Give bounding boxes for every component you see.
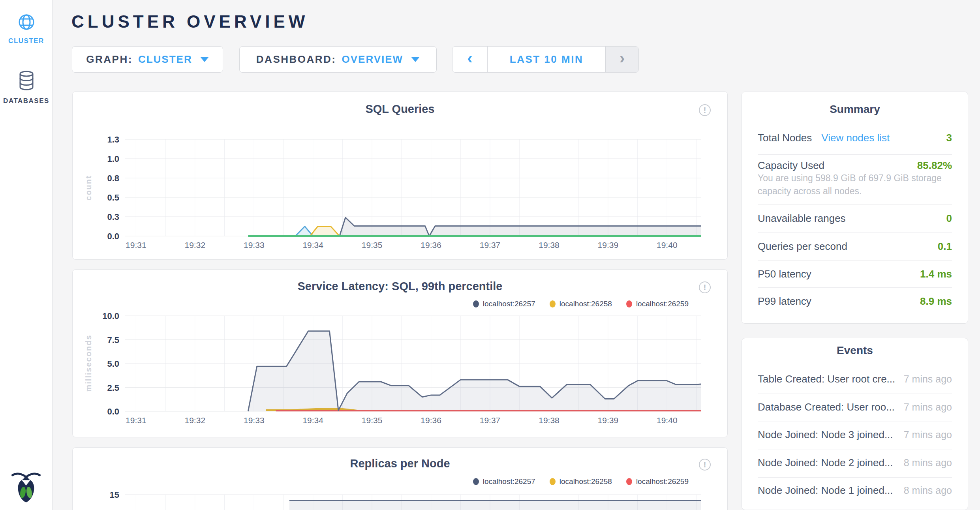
globe-icon — [18, 25, 35, 32]
y-axis-unit-label: milliseconds — [84, 337, 93, 392]
legend-label: localhost:26259 — [636, 300, 689, 308]
svg-text:1.0: 1.0 — [107, 154, 119, 164]
svg-text:2.5: 2.5 — [107, 383, 119, 393]
divider — [758, 154, 952, 155]
summary-row-value: 1.4 ms — [920, 266, 952, 282]
dashboard-dropdown-value: OVERVIEW — [342, 53, 404, 66]
chart-title: Replicas per Node — [73, 457, 727, 470]
graph-dropdown[interactable]: GRAPH: CLUSTER — [72, 46, 223, 73]
legend-label: localhost:26257 — [483, 300, 535, 308]
svg-text:0.0: 0.0 — [107, 407, 119, 416]
graph-dropdown-value: CLUSTER — [138, 53, 192, 66]
divider — [758, 260, 952, 261]
svg-text:19:33: 19:33 — [244, 416, 265, 425]
summary-row-p99: P99 latency 8.9 ms — [758, 293, 952, 309]
svg-text:0.3: 0.3 — [107, 212, 119, 222]
time-range-selector: ‹ LAST 10 MIN › — [452, 46, 639, 73]
info-icon[interactable]: ! — [699, 104, 711, 116]
svg-text:19:40: 19:40 — [657, 416, 678, 425]
event-time: 7 mins ago — [904, 371, 952, 387]
legend-label: localhost:26258 — [559, 477, 612, 486]
chevron-left-icon: ‹ — [467, 49, 472, 67]
info-icon[interactable]: ! — [699, 281, 711, 293]
svg-text:5.0: 5.0 — [107, 359, 119, 369]
sidebar: CLUSTER DATABASES — [0, 0, 53, 510]
svg-text:19:38: 19:38 — [539, 240, 559, 249]
summary-row-value: 8.9 ms — [920, 293, 952, 309]
sql-queries-chart: 0.00.30.50.81.01.319:3119:3219:3319:3419… — [97, 135, 701, 253]
view-nodes-list-link[interactable]: View nodes list — [821, 132, 890, 144]
legend-dot — [626, 478, 632, 485]
event-label: Node Joined: Node 1 joined... — [758, 484, 893, 496]
summary-row-label: Capacity Used — [758, 159, 824, 171]
summary-row-label: P50 latency — [758, 268, 811, 280]
chart-svg: 0.02.55.07.510.019:3119:3219:3319:3419:3… — [97, 311, 701, 426]
divider — [758, 394, 952, 394]
cluster-overview-page: CLUSTER DATABASES — [0, 0, 980, 510]
summary-row-value: 0.1 — [938, 238, 952, 254]
svg-text:19:38: 19:38 — [539, 416, 559, 425]
svg-text:19:32: 19:32 — [185, 416, 206, 425]
chart-legend: localhost:26257 localhost:26258 localhos… — [473, 300, 689, 308]
legend-dot — [550, 300, 556, 308]
event-row: Table Created: User root cre... 7 mins a… — [758, 371, 952, 387]
summary-row-label: Queries per second — [758, 240, 847, 252]
sidebar-item-databases[interactable]: DATABASES — [0, 70, 53, 105]
summary-row-capacity: Capacity Used 85.82% — [758, 158, 952, 173]
capacity-subtext: You are using 598.9 GiB of 697.9 GiB sto… — [758, 172, 952, 198]
svg-text:1.3: 1.3 — [107, 135, 119, 144]
event-row: Database Created: User roo... 7 mins ago — [758, 399, 952, 415]
time-range-next-button[interactable]: › — [605, 47, 638, 72]
summary-row-total-nodes: Total NodesView nodes list 3 — [758, 130, 952, 146]
divider — [758, 450, 952, 450]
graph-dropdown-label: GRAPH: — [86, 53, 133, 66]
summary-row-label: Total Nodes — [758, 132, 812, 144]
legend-item: localhost:26257 — [473, 477, 535, 486]
legend-item: localhost:26258 — [550, 300, 612, 308]
chevron-down-icon — [200, 57, 209, 62]
svg-text:19:31: 19:31 — [126, 240, 146, 249]
svg-text:0.0: 0.0 — [107, 231, 119, 241]
sidebar-item-cluster[interactable]: CLUSTER — [0, 13, 53, 45]
time-range-current-button[interactable]: LAST 10 MIN — [487, 47, 606, 72]
dashboard-dropdown[interactable]: DASHBOARD: OVERVIEW — [239, 46, 437, 73]
divider — [758, 422, 952, 422]
panel-title: Events — [742, 344, 968, 357]
svg-text:19:37: 19:37 — [480, 416, 501, 425]
legend-dot — [550, 478, 556, 485]
replicas-per-node-chart: 15 — [97, 490, 701, 510]
summary-row-label: Unavailable ranges — [758, 212, 846, 224]
svg-text:19:36: 19:36 — [421, 416, 441, 425]
summary-row-label: P99 latency — [758, 295, 811, 307]
svg-text:19:34: 19:34 — [302, 240, 323, 249]
chart-legend: localhost:26257 localhost:26258 localhos… — [473, 477, 689, 486]
svg-text:19:36: 19:36 — [421, 240, 441, 249]
time-range-prev-button[interactable]: ‹ — [452, 47, 487, 72]
cockroachdb-logo[interactable] — [9, 471, 43, 504]
svg-text:0.5: 0.5 — [107, 193, 119, 202]
chart-svg: 15 — [97, 490, 701, 510]
legend-label: localhost:26258 — [559, 300, 612, 308]
divider — [758, 287, 952, 288]
event-label: Table Created: User root cre... — [758, 373, 895, 385]
sidebar-item-label: DATABASES — [0, 97, 53, 105]
events-panel: Events Table Created: User root cre... 7… — [742, 338, 968, 510]
svg-text:7.5: 7.5 — [107, 335, 119, 345]
sidebar-item-label: CLUSTER — [0, 37, 53, 45]
legend-dot — [473, 478, 479, 485]
svg-text:19:33: 19:33 — [244, 240, 265, 249]
event-row: Node Joined: Node 1 joined... 8 mins ago — [758, 482, 952, 498]
info-icon[interactable]: ! — [699, 459, 711, 471]
event-time: 7 mins ago — [904, 427, 952, 442]
svg-text:19:39: 19:39 — [598, 416, 619, 425]
page-title: CLUSTER OVERVIEW — [71, 12, 308, 32]
time-range-label: LAST 10 MIN — [510, 53, 583, 66]
summary-row-unavailable-ranges: Unavailable ranges 0 — [758, 210, 952, 226]
dashboard-dropdown-label: DASHBOARD: — [256, 53, 336, 66]
legend-dot — [473, 300, 479, 308]
sql-queries-card: SQL Queries ! count 0.00.30.50.81.01.319… — [72, 91, 728, 260]
summary-row-p50: P50 latency 1.4 ms — [758, 266, 952, 282]
legend-item: localhost:26257 — [473, 300, 535, 308]
chart-title: Service Latency: SQL, 99th percentile — [73, 280, 727, 293]
legend-item: localhost:26258 — [550, 477, 612, 486]
